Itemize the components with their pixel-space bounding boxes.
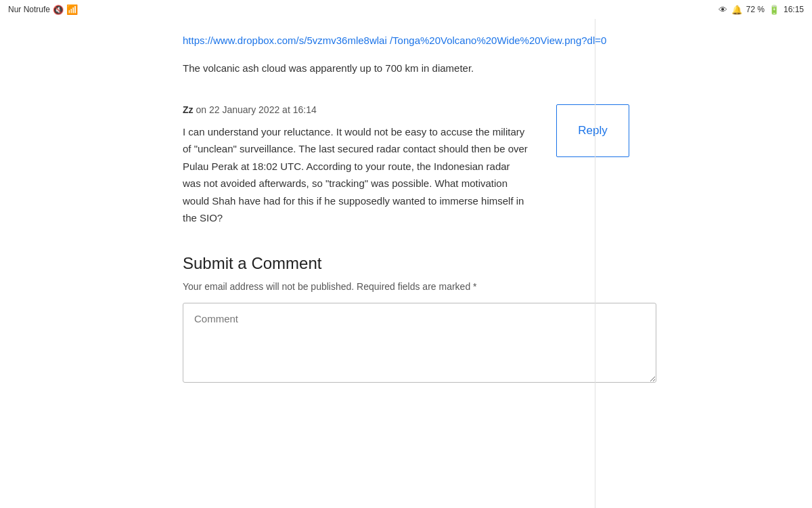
dropbox-link-line2: /Tonga%20Volcano%20Wide%20View.png?dl=0 — [390, 35, 606, 46]
required-note: Your email address will not be published… — [183, 281, 629, 292]
status-left: Nur Notrufe 🔇 📶 — [8, 4, 78, 15]
comment-text: I can understand your reluctance. It wou… — [183, 123, 529, 227]
comment-content: Zz on 22 January 2022 at 16:14 I can und… — [183, 104, 529, 227]
reply-label: Reply — [578, 124, 607, 137]
reply-button[interactable]: Reply — [556, 104, 629, 157]
wifi-icon: 📶 — [66, 4, 78, 15]
bell-icon: 🔔 — [731, 5, 742, 15]
comment-block: Zz on 22 January 2022 at 16:14 I can und… — [183, 98, 629, 227]
time-display: 16:15 — [784, 5, 804, 14]
battery-percent: 72 % — [746, 5, 765, 14]
status-bar: Nur Notrufe 🔇 📶 👁 🔔 72 % 🔋 16:15 — [0, 0, 812, 19]
dropbox-link-line1: https://www.dropbox.com/s/5vzmv36mle8wla… — [183, 35, 387, 46]
content-area: https://www.dropbox.com/s/5vzmv36mle8wla… — [102, 19, 710, 399]
submit-section: Submit a Comment Your email address will… — [183, 254, 629, 385]
status-right: 👁 🔔 72 % 🔋 16:15 — [719, 5, 804, 15]
eye-icon: 👁 — [719, 5, 727, 15]
silent-icon: 🔇 — [53, 5, 64, 15]
carrier-label: Nur Notrufe — [8, 5, 50, 14]
comment-meta: Zz on 22 January 2022 at 16:14 — [183, 104, 529, 115]
volcanic-ash-text: The volcanic ash cloud was apparently up… — [183, 60, 629, 77]
comment-textarea[interactable] — [183, 303, 656, 383]
comment-date: on 22 January 2022 at 16:14 — [196, 104, 316, 115]
right-divider — [595, 0, 595, 508]
battery-icon: 🔋 — [769, 5, 780, 15]
comment-author: Zz — [183, 104, 194, 115]
dropbox-link[interactable]: https://www.dropbox.com/s/5vzmv36mle8wla… — [183, 33, 629, 49]
submit-title: Submit a Comment — [183, 254, 629, 273]
